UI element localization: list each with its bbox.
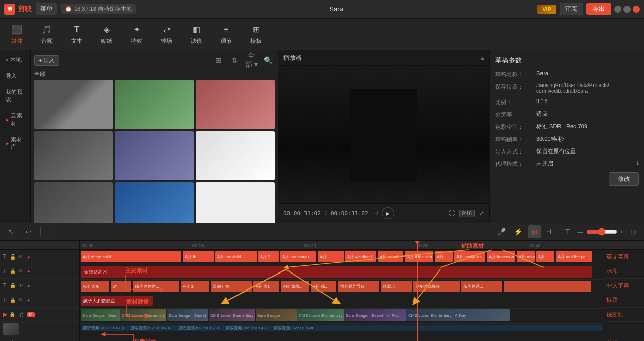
clip-4-main[interactable]: 孩子大多数缺点: [81, 296, 153, 306]
right-label-2[interactable]: 水印: [603, 264, 644, 279]
clip-3-1[interactable]: A开 大多: [81, 281, 109, 292]
lock-icon-4[interactable]: 🔒: [10, 297, 16, 303]
clip-3-5[interactable]: 普遍存在...: [211, 281, 252, 292]
tool-text[interactable]: T 文本: [68, 22, 86, 47]
nav-import[interactable]: 导入: [2, 69, 29, 83]
vid-clip-6[interactable]: CMS Lower Elementary - A Da: [297, 309, 344, 321]
clip-1-5[interactable]: A开 are more u...: [280, 251, 316, 262]
mic-button[interactable]: 🎤: [495, 225, 509, 238]
nav-library[interactable]: ▶ 素材库: [2, 132, 29, 154]
export-button[interactable]: 导出: [586, 3, 611, 15]
track-row-2[interactable]: 金钱财富术: [80, 264, 603, 280]
clip-1-7[interactable]: A开 whether l: [345, 251, 376, 262]
track-row-4[interactable]: 孩子大多数缺点: [80, 294, 603, 309]
media-thumb-1[interactable]: [34, 80, 113, 129]
clip-3-6[interactable]: A开 素1: [253, 281, 279, 292]
track-row-audio[interactable]: 摄取音频20221101-88 摄取音频20221101-88 摄取音频2022…: [80, 324, 603, 332]
timeline-main[interactable]: 00:00 00:10 00:20 00:30 00:40 A开 of the …: [80, 241, 603, 341]
cursor-tool[interactable]: ↖: [4, 225, 18, 238]
vid-clip-4[interactable]: CMS Lower Elementary - A Day in the Lif: [209, 309, 255, 321]
track-row-1[interactable]: A开 of the child A开 th A开 the child... A开…: [80, 250, 603, 264]
track-row-3[interactable]: A开 大多 这 孩子更在意... A开 3... 普遍存在... A开 素1 A…: [80, 280, 603, 294]
clip-3-11[interactable]: 更多游戏视频: [413, 281, 460, 292]
tool-media[interactable]: ⬛ 媒体: [8, 22, 26, 47]
tool-adjust[interactable]: ≡ 调节: [217, 22, 235, 47]
tool-sticker[interactable]: ◈ 贴纸: [98, 22, 115, 47]
modify-button[interactable]: 修改: [609, 172, 639, 186]
right-label-7[interactable]: 音频轨: [603, 336, 644, 341]
right-label-1[interactable]: 英文字幕: [603, 250, 644, 264]
main-clip[interactable]: 金钱财富术: [81, 266, 592, 278]
audio-waveform[interactable]: 摄取音频20221101-88 摄取音频20221101-88 摄取音频2022…: [81, 325, 603, 331]
eye-icon-3[interactable]: 👁: [18, 283, 23, 288]
player-video[interactable]: [278, 66, 489, 203]
clip-3-3[interactable]: 孩子更在意...: [133, 281, 179, 292]
menu-button[interactable]: 菜单: [36, 3, 57, 15]
clip-1-3[interactable]: A开 the child...: [215, 251, 257, 262]
vid-clip-5[interactable]: Sara Seager-: [256, 309, 297, 321]
clip-3-10[interactable]: 经常玩...: [381, 281, 412, 292]
fit-button[interactable]: ⊡: [626, 225, 640, 238]
undo-button[interactable]: ↩: [22, 225, 35, 238]
clip-1-10[interactable]: A开: [435, 251, 453, 262]
mute-icon-3[interactable]: ●: [27, 283, 30, 288]
zoom-slider[interactable]: [586, 228, 617, 236]
expand-button[interactable]: ⤢: [479, 210, 484, 217]
right-label-5[interactable]: 视频轨: [603, 308, 644, 322]
right-label-4[interactable]: 标题: [603, 293, 644, 308]
clip-1-12[interactable]: A开 fathers w: [487, 251, 515, 262]
clip-1-14[interactable]: A开: [536, 251, 554, 262]
split-button[interactable]: ⟂: [46, 225, 59, 238]
clip-3-9[interactable]: 很容易导导孩: [338, 281, 379, 292]
mute-badge-5[interactable]: M: [27, 312, 35, 317]
vid-clip-8[interactable]: CMS Lower Elementary - A Day: [406, 309, 510, 321]
align-button[interactable]: ⊤: [561, 225, 574, 238]
clip-1-6[interactable]: A开: [318, 251, 344, 262]
media-thumb-7[interactable]: [34, 182, 113, 223]
vid-clip-2[interactable]: CMS Lower Elementary - A Day in the Life…: [120, 309, 166, 321]
snap-button[interactable]: ⊣⊢: [545, 225, 558, 238]
vid-clip-7[interactable]: Sara Seager- Search for Plac: [344, 309, 406, 321]
eye-icon-2[interactable]: 👁: [18, 268, 23, 274]
filter-button[interactable]: 全部 ▾: [245, 54, 258, 67]
link-button[interactable]: ⚡: [512, 225, 525, 238]
right-label-3[interactable]: 中文字幕: [603, 279, 644, 293]
media-thumb-2[interactable]: [115, 80, 194, 129]
lock-icon-2[interactable]: 🔒: [10, 268, 16, 274]
vip-button[interactable]: VIP: [537, 5, 556, 14]
media-thumb-3[interactable]: [196, 80, 275, 129]
clip-3-7[interactable]: A开 如果...: [281, 281, 309, 292]
clip-3-2[interactable]: 这: [111, 281, 131, 292]
close-button[interactable]: [633, 6, 640, 13]
vid-clip-1[interactable]: Sara Seager- Sear: [81, 309, 120, 321]
clip-1-11[interactable]: A开 easily lea: [454, 251, 485, 262]
mute-icon-2[interactable]: ●: [27, 269, 30, 274]
clip-1-8[interactable]: A开 or not: [378, 251, 403, 262]
eye-icon-4[interactable]: 👁: [18, 297, 23, 303]
nav-preset[interactable]: 我的预设: [2, 85, 29, 107]
tool-transition[interactable]: ⇄ 转场: [158, 22, 175, 47]
clip-1-15[interactable]: A开 and the pa: [556, 251, 592, 262]
fullscreen-button[interactable]: ⛶: [449, 210, 455, 217]
magnet-button[interactable]: ⊞: [528, 225, 541, 238]
clip-3-8[interactable]: A开 孩...: [311, 281, 336, 292]
frame-step-back-button[interactable]: ⊣: [372, 210, 378, 217]
media-thumb-4[interactable]: [34, 131, 113, 181]
lock-icon-5[interactable]: 🔒: [9, 312, 15, 317]
nav-cloud[interactable]: ▶ 云素材: [2, 109, 29, 130]
nav-local[interactable]: ● 本地: [2, 53, 29, 67]
clip-1-9[interactable]: A开 if the fath: [405, 251, 433, 262]
tool-effects[interactable]: ✦ 特效: [128, 22, 145, 47]
clip-1-2[interactable]: A开 th: [183, 251, 214, 262]
lock-icon-3[interactable]: 🔒: [10, 283, 16, 288]
player-menu-icon[interactable]: ≡: [481, 55, 484, 62]
play-button[interactable]: ▶: [382, 207, 394, 219]
maximize-button[interactable]: [623, 6, 631, 13]
vid-clip-3[interactable]: Sara Seager- Search for Pla...: [167, 309, 208, 321]
clip-3-13[interactable]: [504, 281, 591, 292]
media-thumb-9[interactable]: [196, 182, 275, 223]
minimize-button[interactable]: [614, 6, 621, 13]
clip-1-4[interactable]: A开 2: [258, 251, 279, 262]
search-button[interactable]: 🔍: [261, 54, 275, 67]
review-button[interactable]: 审阅: [560, 3, 583, 15]
